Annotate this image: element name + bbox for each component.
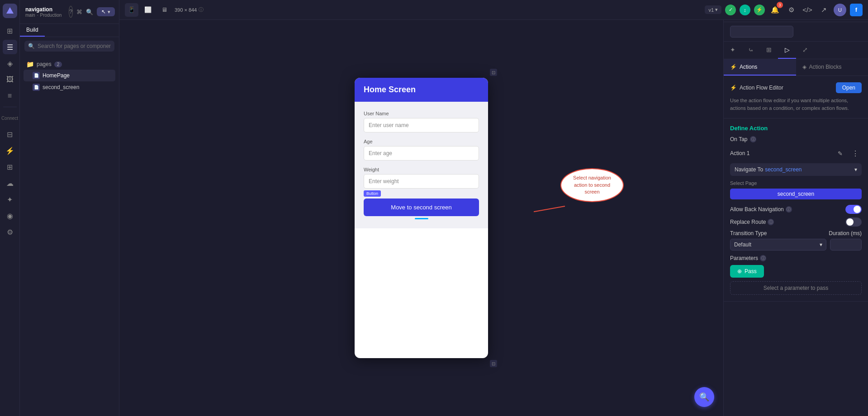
actions-tab[interactable]: ⚡ Actions [724, 59, 796, 76]
transition-type-dropdown[interactable]: Default ▾ [730, 239, 826, 251]
sidebar-icon-media[interactable]: 🖼 [3, 72, 17, 87]
command-icon[interactable]: ⌘ [76, 5, 82, 19]
sidebar-icon-db[interactable]: ⊟ [3, 127, 17, 142]
sidebar-icon-api[interactable]: ⚡ [3, 143, 17, 158]
sidebar-icon-pages[interactable]: ☰ [3, 40, 17, 54]
phone-body: User Name Enter user name Age Enter age … [355, 102, 488, 228]
sidebar-icon-table[interactable]: ⊞ [3, 160, 17, 174]
navigate-link[interactable]: second_screen [765, 166, 802, 173]
duration-input[interactable] [830, 239, 862, 251]
open-flow-editor-btn[interactable]: Open [836, 82, 862, 93]
pages-panel: navigation main · Production ? ⌘ 🔍 ↖ ▾ B… [20, 0, 119, 416]
phone-frame: Home Screen User Name Enter user name Ag… [355, 78, 488, 358]
age-label: Age [364, 139, 479, 144]
cursor-tool-btn[interactable]: ↖ ▾ [97, 7, 115, 16]
sidebar-icon-cloud[interactable]: ☁ [3, 176, 17, 190]
notification-btn[interactable]: 🔔 [768, 4, 781, 16]
search-box[interactable]: 🔍 [24, 41, 114, 52]
device-desktop-btn[interactable]: 🖥 [157, 3, 171, 17]
action-blocks-tab-icon: ◈ [802, 64, 806, 70]
transition-type-value: Default [734, 241, 751, 248]
frame-indicator-bottom[interactable]: ⊡ [490, 360, 497, 367]
annotation-bubble: Select navigation action to second scree… [560, 168, 624, 202]
username-input[interactable]: Enter user name [364, 118, 479, 132]
sidebar-icon-test[interactable]: ◉ [3, 208, 17, 223]
global-search-icon: 🔍 [699, 392, 709, 402]
allow-back-nav-label: Allow Back Navigation ⓘ [730, 206, 792, 213]
device-phone-btn[interactable]: 📱 [125, 3, 138, 17]
age-input[interactable]: Enter age [364, 146, 479, 161]
action-blocks-tab-label: Action Blocks [809, 64, 842, 70]
right-panel: Button ◈ ⧉ ⤢ Button ✦ ⤿ ⊞ ▷ ⤢ ⚡ Actions … [723, 0, 868, 416]
phone-header-title: Home Screen [364, 85, 479, 95]
status-circle-3[interactable]: ⚡ [754, 5, 765, 15]
frame-indicator-top[interactable]: ⊡ [490, 69, 497, 76]
on-tap-info-icon[interactable]: ⓘ [750, 136, 756, 142]
duration-label: Duration (ms) [829, 230, 862, 236]
tab-play-icon[interactable]: ▷ [778, 42, 796, 59]
flow-editor-section: ⚡ Action Flow Editor Open Use the action… [724, 76, 868, 118]
external-btn[interactable]: ↗ [817, 4, 830, 16]
version-chevron: ▾ [715, 7, 718, 13]
nav-info: navigation main · Production [25, 6, 62, 18]
define-action-title: Define Action [730, 125, 862, 132]
status-circle-2[interactable]: ↕ [740, 5, 750, 15]
full-topbar: 📱 ⬜ 🖥 390 × 844 ⓘ v1 ▾ ✓ ↕ ⚡ 🔔 ⚙ </> ↗ U… [119, 0, 868, 20]
settings-btn[interactable]: ⚙ [785, 4, 797, 16]
search-input[interactable] [38, 43, 111, 49]
replace-route-toggle[interactable] [845, 217, 862, 227]
allow-back-nav-row: Allow Back Navigation ⓘ [730, 205, 862, 214]
select-page-value[interactable]: second_screen [730, 189, 862, 199]
weight-field: Weight Enter weight [364, 167, 479, 189]
allow-back-nav-toggle[interactable] [845, 205, 862, 214]
pass-btn[interactable]: ⊕ Pass [730, 265, 764, 278]
parameters-info-icon[interactable]: ⓘ [760, 255, 766, 261]
tab-style-icon[interactable]: ✦ [724, 42, 742, 59]
global-search-btn[interactable]: 🔍 [694, 387, 714, 407]
version-label: v1 [708, 7, 714, 13]
fb-icon[interactable]: f [850, 4, 863, 16]
version-btn[interactable]: v1 ▾ [705, 5, 721, 14]
button-tag: Button [364, 190, 381, 197]
parameters-container: Parameters ⓘ ⊕ Pass Select a parameter t… [730, 255, 862, 295]
sidebar-icon-build[interactable]: ⊞ [3, 24, 17, 38]
sidebar-icon-integrations[interactable]: ✦ [3, 192, 17, 207]
replace-route-info[interactable]: ⓘ [768, 219, 774, 225]
sidebar-icon-settings[interactable]: ⚙ [3, 225, 17, 239]
annotation-arrow [534, 206, 565, 212]
edit-action-icon[interactable]: ✎ [834, 147, 846, 160]
build-tab[interactable]: Build [20, 24, 45, 37]
tab-interaction-icon[interactable]: ⤿ [742, 42, 760, 59]
code-btn[interactable]: </> [801, 4, 814, 16]
app-logo[interactable] [3, 4, 17, 18]
sidebar-icon-list[interactable]: ≡ [3, 89, 17, 103]
tab-table-icon[interactable]: ⊞ [760, 42, 778, 59]
search-icon[interactable]: 🔍 [86, 5, 93, 19]
parameters-label: Parameters ⓘ [730, 255, 862, 261]
sidebar-icon-connect[interactable]: Connect [3, 111, 17, 125]
size-info-icon[interactable]: ⓘ [199, 6, 204, 13]
help-icon[interactable]: ? [69, 6, 73, 18]
sidebar-icon-components[interactable]: ◈ [3, 56, 17, 71]
status-circle-1[interactable]: ✓ [725, 5, 736, 15]
page-name-homepage: HomePage [43, 72, 70, 79]
page-item-homepage[interactable]: 📄 HomePage [24, 70, 115, 81]
action-1-controls: ✎ ⋮ [834, 147, 862, 160]
size-label: 390 × 844 [175, 7, 197, 13]
allow-back-nav-info[interactable]: ⓘ [786, 206, 792, 213]
move-to-second-screen-btn[interactable]: Move to second screen [364, 199, 479, 216]
pages-folder[interactable]: 📁 pages 2 [24, 59, 115, 70]
element-type-input[interactable]: Button [730, 26, 793, 38]
page-item-second[interactable]: 📄 second_screen [24, 81, 115, 93]
tab-expand-icon[interactable]: ⤢ [796, 42, 814, 59]
action-blocks-tab[interactable]: ◈ Action Blocks [796, 59, 868, 76]
device-tablet-btn[interactable]: ⬜ [141, 3, 155, 17]
select-param-btn[interactable]: Select a parameter to pass [730, 281, 862, 295]
user-avatar[interactable]: U [834, 4, 846, 16]
navigate-row[interactable]: Navigate To second_screen ▾ [730, 163, 862, 176]
annotation-container: Select navigation action to second scree… [560, 168, 624, 202]
more-action-icon[interactable]: ⋮ [849, 147, 862, 160]
weight-input[interactable]: Enter weight [364, 174, 479, 189]
pass-btn-icon: ⊕ [737, 268, 742, 274]
navigate-to-text: Navigate To [735, 166, 763, 173]
